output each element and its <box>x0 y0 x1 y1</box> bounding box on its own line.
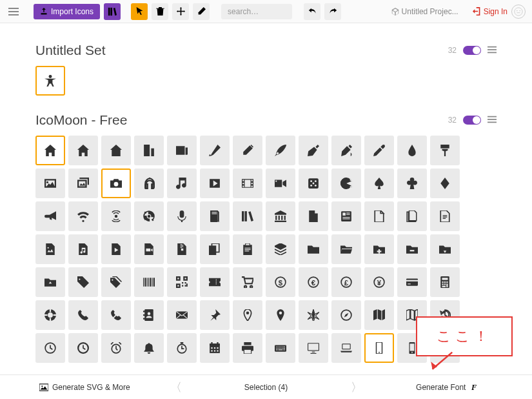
calculator-icon[interactable] <box>430 267 460 297</box>
user-avatar[interactable] <box>511 5 526 19</box>
menu-button[interactable] <box>6 5 21 19</box>
compass2-icon[interactable] <box>331 300 361 330</box>
set-toggle[interactable] <box>463 46 481 55</box>
files-empty-icon[interactable] <box>397 201 427 231</box>
play-icon[interactable] <box>200 169 230 198</box>
location2-icon[interactable] <box>266 300 295 330</box>
newspaper-icon[interactable] <box>167 136 197 165</box>
lifebuoy-icon[interactable] <box>35 300 65 330</box>
move-tool-button[interactable] <box>172 3 189 20</box>
price-tags-icon[interactable] <box>101 267 131 297</box>
connection-icon[interactable] <box>68 201 98 231</box>
clock2-icon[interactable] <box>68 333 98 363</box>
coin-dollar-icon[interactable] <box>266 267 295 297</box>
droplet-icon[interactable] <box>397 136 427 165</box>
import-icons-button[interactable]: Import Icons <box>34 4 100 19</box>
set-menu-button[interactable] <box>488 45 497 56</box>
compass-icon[interactable] <box>299 300 328 330</box>
podcast-icon[interactable] <box>101 201 131 231</box>
home-icon[interactable] <box>35 136 65 165</box>
selection-counter[interactable]: Selection (4) <box>182 383 350 392</box>
pen-icon[interactable] <box>299 136 328 165</box>
redo-button[interactable] <box>324 3 341 20</box>
pacman-icon[interactable] <box>331 169 361 198</box>
ticket-icon[interactable] <box>200 267 230 297</box>
dice-icon[interactable] <box>299 169 328 198</box>
display-icon[interactable] <box>299 333 328 363</box>
blog-icon[interactable] <box>331 136 361 165</box>
home2-icon[interactable] <box>68 136 98 165</box>
music-icon[interactable] <box>167 169 197 198</box>
search-input[interactable] <box>221 4 292 19</box>
pencil2-icon[interactable] <box>233 136 262 165</box>
eyedropper-icon[interactable] <box>364 136 394 165</box>
folder-icon[interactable] <box>299 234 328 264</box>
camera-icon[interactable] <box>101 169 131 198</box>
generate-font-button[interactable]: Generate Font <box>363 383 533 392</box>
file-text-icon[interactable] <box>299 201 328 231</box>
bell-icon[interactable] <box>134 333 164 363</box>
set-menu-button[interactable] <box>488 115 497 126</box>
stack-icon[interactable] <box>266 234 295 264</box>
books-icon[interactable] <box>233 201 262 231</box>
address-book-icon[interactable] <box>134 300 164 330</box>
printer-icon[interactable] <box>233 333 262 363</box>
file-video-icon[interactable] <box>134 234 164 264</box>
folder-open-icon[interactable] <box>331 234 361 264</box>
laptop-icon[interactable] <box>331 333 361 363</box>
book-icon[interactable] <box>200 201 230 231</box>
file-text2-icon[interactable] <box>430 201 460 231</box>
location-icon[interactable] <box>233 300 262 330</box>
coin-pound-icon[interactable] <box>331 267 361 297</box>
stopwatch-icon[interactable] <box>167 333 197 363</box>
paste-icon[interactable] <box>233 234 262 264</box>
cart-icon[interactable] <box>233 267 262 297</box>
office-icon[interactable] <box>134 136 164 165</box>
sign-in-button[interactable]: Sign In <box>473 7 507 16</box>
coin-euro-icon[interactable] <box>299 267 328 297</box>
library-icon[interactable] <box>266 201 295 231</box>
map-icon[interactable] <box>364 300 394 330</box>
images-icon[interactable] <box>68 169 98 198</box>
file-zip-icon[interactable] <box>167 234 197 264</box>
barcode-icon[interactable] <box>134 267 164 297</box>
diamonds-icon[interactable] <box>430 169 460 198</box>
set-toggle[interactable] <box>463 116 481 125</box>
spades-icon[interactable] <box>364 169 394 198</box>
video-camera-icon[interactable] <box>266 169 295 198</box>
project-selector[interactable]: Untitled Projec... <box>391 7 458 16</box>
phone-icon[interactable] <box>68 300 98 330</box>
credit-card-icon[interactable] <box>397 267 427 297</box>
mic-icon[interactable] <box>167 201 197 231</box>
keyboard-icon[interactable] <box>266 333 295 363</box>
edit-tool-button[interactable] <box>193 3 210 20</box>
select-tool-button[interactable] <box>131 3 148 20</box>
folder-download-icon[interactable] <box>430 234 460 264</box>
clubs-icon[interactable] <box>397 169 427 198</box>
library-button[interactable] <box>104 3 121 20</box>
calendar-icon[interactable] <box>200 333 230 363</box>
envelop-icon[interactable] <box>167 300 197 330</box>
file-music-icon[interactable] <box>68 234 98 264</box>
qrcode-icon[interactable] <box>167 267 197 297</box>
bullhorn-icon[interactable] <box>35 201 65 231</box>
headphones-icon[interactable] <box>134 169 164 198</box>
coin-yen-icon[interactable] <box>364 267 394 297</box>
price-tag-icon[interactable] <box>68 267 98 297</box>
phone-hang-up-icon[interactable] <box>101 300 131 330</box>
clock-icon[interactable] <box>35 333 65 363</box>
home3-icon[interactable] <box>101 136 131 165</box>
pencil-icon[interactable] <box>200 136 230 165</box>
pushpin-icon[interactable] <box>200 300 230 330</box>
folder-upload-icon[interactable] <box>35 267 65 297</box>
delete-tool-button[interactable] <box>152 3 168 20</box>
paint-format-icon[interactable] <box>430 136 460 165</box>
image-icon[interactable] <box>35 169 65 198</box>
file-empty-icon[interactable] <box>364 201 394 231</box>
generate-svg-button[interactable]: Generate SVG & More <box>0 383 170 392</box>
file-picture-icon[interactable] <box>35 234 65 264</box>
folder-plus-icon[interactable] <box>364 234 394 264</box>
mobile-icon[interactable] <box>364 333 394 363</box>
file-play-icon[interactable] <box>101 234 131 264</box>
quill-icon[interactable] <box>266 136 295 165</box>
